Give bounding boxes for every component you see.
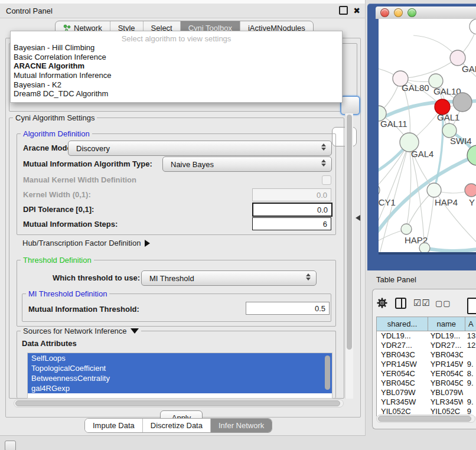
graph-node[interactable] [470, 19, 476, 34]
table-cell[interactable]: 9. [463, 397, 476, 407]
list-item[interactable]: SelfLoops [28, 353, 332, 363]
graph-node-hap4[interactable] [427, 183, 441, 197]
table-cell[interactable]: YBR043C [377, 350, 426, 360]
mi-steps-value: 6 [323, 220, 327, 229]
table-row[interactable]: YBL079WYBL079W [377, 388, 476, 397]
table-row[interactable]: YDL19...YDL19...13 [377, 331, 476, 341]
dropdown-item[interactable]: Bayesian - K2 [11, 80, 342, 90]
page-icon[interactable] [467, 298, 476, 314]
network-frame-shadow [379, 252, 476, 255]
dropdown-item[interactable]: Bayesian - Hill Climbing [11, 43, 342, 53]
table-row[interactable]: YBR045CYBR045C9. [377, 379, 476, 388]
mi-steps-field[interactable]: 6 [252, 217, 331, 230]
table-cell[interactable]: 12 [463, 341, 476, 350]
settings-vscrollbar-thumb[interactable] [347, 115, 352, 350]
table-row[interactable]: YER054CYER054C8. [377, 369, 476, 379]
columns-icon[interactable] [395, 298, 406, 309]
graph-node-gcy1[interactable] [379, 184, 380, 197]
table-cell[interactable]: YPR145W [377, 360, 426, 369]
data-attributes-list[interactable]: SelfLoops TopologicalCoefficient Between… [27, 353, 332, 399]
column-header[interactable]: shared... [377, 317, 428, 331]
graph-node-y[interactable] [465, 184, 476, 197]
table-row[interactable]: YDR27...YDR27...12 [377, 341, 476, 350]
table-row[interactable]: YBR043CYBR043C [377, 350, 476, 360]
table-cell[interactable]: YER054C [377, 369, 426, 379]
tab-impute-data[interactable]: Impute Data [85, 419, 143, 432]
table-cell[interactable]: YPR145W [426, 360, 463, 369]
graph-edge[interactable] [400, 58, 458, 79]
table-cell[interactable]: YDL19... [377, 331, 426, 341]
table-cell[interactable] [463, 350, 476, 360]
manual-kernel-checkbox[interactable] [322, 175, 331, 185]
algorithm-combobox-fragment[interactable] [340, 96, 360, 115]
list-item[interactable]: TopologicalCoefficient [28, 363, 332, 373]
list-item[interactable]: gal4RGexp [28, 383, 332, 393]
zoom-traffic-light-icon[interactable] [407, 8, 416, 17]
close-icon[interactable]: ✖ [353, 6, 360, 15]
dpi-tolerance-field[interactable]: 0.0 [252, 203, 332, 217]
dropdown-item[interactable]: Basic Correlation Inference [11, 53, 342, 62]
column-header[interactable]: A [465, 317, 476, 331]
table-cell[interactable]: YBR043C [426, 350, 463, 360]
table-hscrollbar-thumb[interactable] [378, 416, 471, 422]
table-cell[interactable]: YLR345W [426, 397, 463, 407]
table-cell[interactable] [463, 388, 476, 397]
mi-threshold-groupbox: MI Threshold Definition Mutual Informati… [22, 294, 331, 322]
mi-threshold-field[interactable]: 0.5 [246, 302, 330, 315]
select-all-checkboxes-icon[interactable]: ☑☑ [413, 298, 431, 308]
graph-node-hap2[interactable] [401, 224, 412, 234]
table-row[interactable]: YLR345WYLR345W9. [377, 397, 476, 407]
dock-panel-icon[interactable] [5, 441, 16, 450]
column-header[interactable]: name [428, 317, 465, 331]
settings-hscrollbar-thumb[interactable] [15, 400, 340, 406]
graph-node-label: GAL [462, 64, 476, 74]
table-cell[interactable]: YDR27... [426, 341, 463, 350]
which-threshold-combobox[interactable]: MI Threshold [141, 270, 317, 286]
table-hscrollbar[interactable] [376, 415, 475, 423]
network-window-titlebar[interactable] [376, 6, 476, 19]
sources-title-wrap[interactable]: Sources for Network Inference [21, 327, 141, 335]
table-panel-title: Table Panel [376, 275, 416, 284]
hub-definition-expander[interactable]: Hub/Transcription Factor Definition [22, 239, 150, 247]
table-cell[interactable]: YBR045C [377, 379, 426, 388]
graph-edge[interactable] [425, 248, 476, 251]
table-cell[interactable]: 9. [463, 379, 476, 388]
dropdown-item[interactable]: Dream8 DC_TDC Algorithm [11, 89, 342, 99]
table-cell[interactable]: YBL079W [426, 388, 463, 397]
table-cell[interactable]: 9. [463, 360, 476, 369]
dropdown-item-selected[interactable]: ARACNE Algorithm [11, 61, 342, 71]
mi-type-combobox[interactable]: Naive Bayes [162, 156, 332, 172]
table-cell[interactable]: YDR27... [377, 341, 426, 350]
graph-node-label: GCY1 [379, 197, 396, 207]
deselect-all-checkboxes-icon[interactable]: ▢▢ [435, 299, 451, 308]
aracne-mode-combobox[interactable]: Discovery [68, 141, 332, 156]
table-cell[interactable]: 13 [463, 331, 476, 341]
network-canvas[interactable]: GALGAL80GAL10GAL1GAL11SWI4GAL4GCY1HAP4YH… [379, 19, 476, 252]
table-cell[interactable]: YER054C [426, 369, 463, 379]
minimize-traffic-light-icon[interactable] [394, 8, 403, 17]
list-item[interactable]: BetweennessCentrality [28, 373, 332, 383]
threshold-definition-title: Threshold Definition [21, 256, 94, 265]
list-vscrollbar-thumb[interactable] [325, 356, 330, 390]
graph-node-label: GAL80 [402, 83, 429, 93]
graph-node[interactable] [419, 243, 430, 252]
table-cell[interactable]: YLR345W [377, 397, 426, 407]
table-cell[interactable]: YDL19... [426, 331, 463, 341]
tab-discretize-data[interactable]: Discretize Data [143, 419, 211, 432]
gear-icon[interactable] [377, 298, 387, 308]
kernel-width-field[interactable]: 0.0 [252, 188, 331, 201]
graph-node[interactable] [467, 145, 476, 165]
settings-vscrollbar-track[interactable] [345, 113, 353, 399]
dropdown-item[interactable]: Mutual Information Inference [11, 71, 342, 80]
table-row[interactable]: YPR145WYPR145W9. [377, 360, 476, 369]
table-cell[interactable]: YBL079W [377, 388, 426, 397]
close-traffic-light-icon[interactable] [380, 8, 389, 17]
graph-edge[interactable] [406, 142, 411, 229]
settings-hscrollbar[interactable] [14, 399, 344, 407]
table-cell[interactable]: 8. [463, 369, 476, 379]
network-graph[interactable]: GALGAL80GAL10GAL1GAL11SWI4GAL4GCY1HAP4YH… [379, 19, 476, 252]
tab-infer-network[interactable]: Infer Network [211, 419, 272, 432]
table-cell[interactable]: YBR045C [426, 379, 463, 388]
float-window-icon[interactable] [339, 6, 348, 15]
graph-node[interactable] [453, 93, 472, 112]
